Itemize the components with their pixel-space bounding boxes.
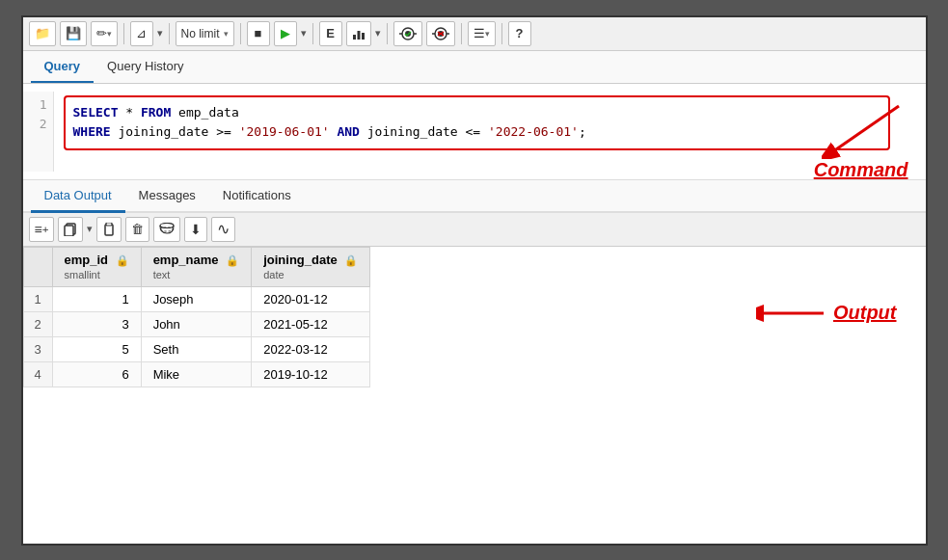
row-num-header <box>23 247 52 286</box>
explain-analyze-button[interactable] <box>346 21 371 46</box>
output-label: Output <box>833 302 897 324</box>
macros-button[interactable]: ☰▾ <box>468 21 496 46</box>
emp-name-cell: Seth <box>141 336 252 361</box>
col-header-emp-name: emp_name 🔒 text <box>141 247 252 286</box>
output-tabs: Data Output Messages Notifications <box>23 180 926 213</box>
joining-date-lock-icon: 🔒 <box>344 254 358 266</box>
delete-row-button[interactable]: 🗑 <box>125 217 149 242</box>
svg-line-14 <box>836 106 899 149</box>
emp-name-cell: Mike <box>141 361 252 387</box>
filter-dropdown[interactable]: ▾ <box>157 27 163 40</box>
emp-name-cell: Joseph <box>141 286 252 311</box>
rollback-icon <box>432 27 449 40</box>
copy-icon <box>64 223 77 236</box>
command-label: Command <box>814 159 908 181</box>
commit-button[interactable] <box>393 21 422 46</box>
run-dropdown-chevron[interactable]: ▾ <box>301 27 307 40</box>
joining-date-cell: 2021-05-12 <box>252 311 370 336</box>
chart-button[interactable]: ∿ <box>211 217 235 242</box>
no-limit-label: No limit <box>181 27 220 40</box>
table-header-row: emp_id 🔒 smallint emp_name 🔒 text joinin… <box>23 247 370 286</box>
sql-editor-area: 1 2 SELECT * FROM emp_data WHERE joining… <box>23 84 926 180</box>
filter-button[interactable]: ⊿ <box>130 21 153 46</box>
tab-notifications[interactable]: Notifications <box>209 180 305 213</box>
table-row: 35Seth2022-03-12 <box>23 336 370 361</box>
svg-rect-17 <box>105 225 113 235</box>
tab-query[interactable]: Query <box>31 51 95 83</box>
col-header-emp-id: emp_id 🔒 smallint <box>52 247 141 286</box>
col-header-joining-date: joining_date 🔒 date <box>252 247 370 286</box>
save-data-icon <box>159 223 175 236</box>
sql-col2: joining_date <= <box>360 124 488 139</box>
sql-star-from: * <box>118 105 140 120</box>
joining-date-cell: 2019-10-12 <box>252 361 370 387</box>
save-button[interactable]: 💾 <box>60 21 87 46</box>
row-num-cell: 3 <box>23 336 52 361</box>
command-arrow-row: Command <box>814 101 908 181</box>
explain-dropdown-chevron[interactable]: ▾ <box>375 27 381 40</box>
no-limit-dropdown[interactable]: No limit ▾ <box>176 21 234 46</box>
tab-query-history[interactable]: Query History <box>94 51 197 83</box>
svg-rect-0 <box>353 35 356 40</box>
tab-data-output[interactable]: Data Output <box>31 180 125 213</box>
line-numbers: 1 2 <box>23 92 54 172</box>
pencil-button[interactable]: ✏▾ <box>91 21 118 46</box>
separator-4 <box>312 23 313 44</box>
separator-7 <box>501 23 502 44</box>
explain-button[interactable]: E <box>319 21 342 46</box>
separator-2 <box>169 23 170 44</box>
table-row: 46Mike2019-10-12 <box>23 361 370 387</box>
commit-icon <box>399 27 417 40</box>
sql-table-name: emp_data <box>171 105 238 120</box>
sql-semicolon: ; <box>579 124 586 139</box>
copy-button[interactable] <box>58 217 83 242</box>
help-button[interactable]: ? <box>508 21 531 46</box>
emp-id-cell: 1 <box>52 286 141 311</box>
output-toolbar: ≡+ ▾ 🗑 ⬇ ∿ <box>23 213 926 247</box>
sql-line-1: SELECT * FROM emp_data <box>73 103 880 123</box>
sql-code-wrapper[interactable]: SELECT * FROM emp_data WHERE joining_dat… <box>54 92 926 172</box>
command-text-area: Command <box>814 101 908 181</box>
separator-3 <box>240 23 241 44</box>
open-folder-button[interactable]: 📁 <box>29 21 56 46</box>
svg-rect-1 <box>357 31 360 40</box>
query-tabs: Query Query History <box>23 51 926 84</box>
separator-1 <box>123 23 124 44</box>
emp-name-cell: John <box>141 311 252 336</box>
output-arrow-svg <box>756 300 824 327</box>
paste-button[interactable] <box>96 217 122 242</box>
emp-id-lock-icon: 🔒 <box>116 254 129 266</box>
emp-id-cell: 6 <box>52 361 141 387</box>
row-num-cell: 4 <box>23 361 52 387</box>
separator-6 <box>461 23 462 44</box>
copy-dropdown-chevron[interactable]: ▾ <box>87 223 93 235</box>
sql-code-box[interactable]: SELECT * FROM emp_data WHERE joining_dat… <box>64 95 890 151</box>
svg-rect-16 <box>65 226 73 236</box>
table-row: 23John2021-05-12 <box>23 311 370 336</box>
stop-button[interactable]: ■ <box>247 21 270 46</box>
download-button[interactable]: ⬇ <box>184 217 207 242</box>
no-limit-chevron: ▾ <box>224 29 229 39</box>
joining-date-cell: 2022-03-12 <box>252 336 370 361</box>
row-num-cell: 1 <box>23 286 52 311</box>
sql-date2: '2022-06-01' <box>488 124 579 139</box>
kw-where: WHERE <box>73 124 111 139</box>
command-arrow-svg <box>822 101 908 159</box>
sql-col1: joining_date >= <box>111 124 239 139</box>
kw-select: SELECT <box>73 105 119 120</box>
table-row: 11Joseph2020-01-12 <box>23 286 370 311</box>
data-table-wrapper: emp_id 🔒 smallint emp_name 🔒 text joinin… <box>23 247 926 387</box>
table-body: 11Joseph2020-01-1223John2021-05-1235Seth… <box>23 286 370 387</box>
svg-rect-2 <box>362 33 365 40</box>
line-num-1: 1 <box>29 95 47 116</box>
run-button[interactable]: ▶ <box>274 21 297 46</box>
output-annotation-area: Output <box>756 300 897 327</box>
add-row-button[interactable]: ≡+ <box>29 217 55 242</box>
bar-chart-icon <box>352 27 366 40</box>
svg-rect-18 <box>106 223 112 226</box>
sql-date1: '2019-06-01' <box>239 124 330 139</box>
rollback-button[interactable] <box>426 21 455 46</box>
kw-from: FROM <box>141 105 171 120</box>
tab-messages[interactable]: Messages <box>125 180 209 213</box>
save-data-button[interactable] <box>153 217 180 242</box>
